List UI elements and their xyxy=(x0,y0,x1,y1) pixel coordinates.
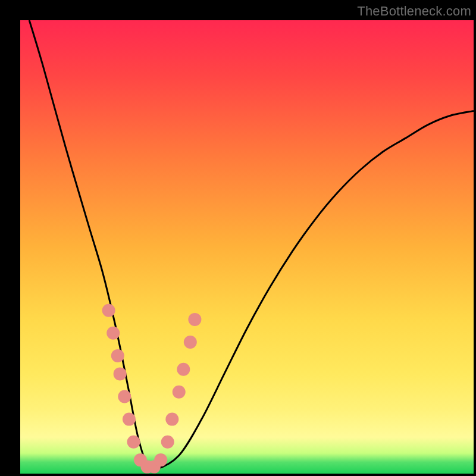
plot-svg xyxy=(20,20,474,474)
marker-dot xyxy=(173,386,186,399)
outer-frame: TheBottleneck.com xyxy=(0,0,476,476)
marker-dot xyxy=(177,363,190,376)
marker-dot xyxy=(188,313,201,326)
marker-dot xyxy=(107,327,120,340)
marker-dot xyxy=(127,436,140,449)
watermark-text: TheBottleneck.com xyxy=(357,4,471,19)
marker-dots-group xyxy=(102,304,202,474)
bottleneck-curve-path xyxy=(29,20,474,470)
marker-dot xyxy=(111,349,124,362)
marker-dot xyxy=(123,413,136,426)
marker-dot xyxy=(102,304,115,317)
marker-dot xyxy=(154,453,167,466)
marker-dot xyxy=(114,367,127,380)
marker-dot xyxy=(118,390,131,403)
bottleneck-plot xyxy=(20,20,474,474)
marker-dot xyxy=(165,413,178,426)
marker-dot xyxy=(161,436,174,449)
marker-dot xyxy=(184,336,197,349)
